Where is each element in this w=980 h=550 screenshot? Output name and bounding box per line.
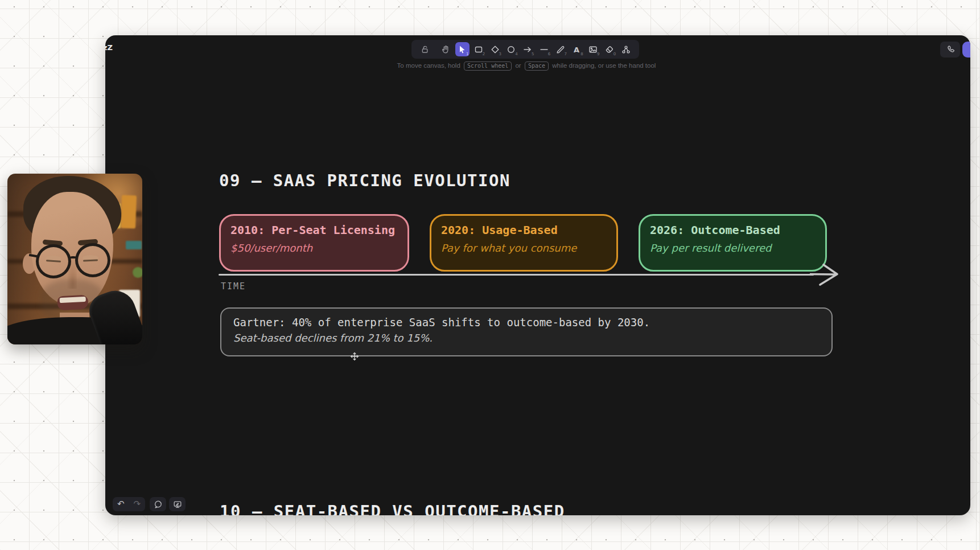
present-button[interactable] — [169, 497, 186, 511]
more-tools-button[interactable] — [619, 42, 633, 56]
presenter-glasses-bridge — [70, 256, 76, 260]
presenter-mouth — [57, 295, 88, 311]
more-tools-icon — [621, 44, 631, 55]
webcam-book-stack — [126, 241, 142, 249]
call-button[interactable] — [940, 42, 960, 58]
lock-icon — [420, 44, 430, 55]
draw-tool-button[interactable]: 7 — [553, 42, 567, 56]
drawing-canvas[interactable]: zZ 1 2 — [105, 35, 970, 515]
presenter-glasses-lens — [75, 243, 110, 277]
arrow-tool-button[interactable]: 5 — [521, 42, 535, 56]
share-button-clipped[interactable] — [962, 42, 970, 58]
gartner-note-box[interactable]: Gartner: 40% of enterprise SaaS shifts t… — [220, 307, 833, 356]
tool-toolbar: 1 2 3 4 5 — [411, 40, 639, 59]
text-tool-button[interactable]: A 8 — [570, 42, 584, 56]
rectangle-tool-button[interactable]: 2 — [471, 42, 485, 56]
pricing-box-2020-heading: 2020: Usage-Based — [441, 223, 607, 237]
canvas-corner-text: zZ — [105, 43, 113, 52]
gartner-note-line2: Seat-based declines from 21% to 15%. — [233, 332, 820, 344]
image-tool-button[interactable]: 9 — [586, 42, 600, 56]
space-key: Space — [525, 61, 549, 71]
move-cursor-icon — [350, 352, 359, 361]
webcam-video — [7, 174, 142, 344]
screen-share-icon — [172, 499, 183, 510]
section-10-title[interactable]: 10 — SEAT-BASED VS OUTCOME-BASED — [220, 502, 565, 515]
eraser-tool-button[interactable]: 0 — [602, 42, 616, 56]
phone-icon — [945, 44, 956, 55]
pricing-box-2026[interactable]: 2026: Outcome-Based Pay per result deliv… — [639, 214, 827, 272]
pricing-box-2010-subtext: $50/user/month — [230, 242, 398, 254]
lock-tool-button[interactable] — [418, 42, 432, 56]
timeline-arrowhead[interactable] — [810, 262, 845, 289]
timeline-arrow-shaft[interactable] — [219, 274, 814, 276]
section-09-title[interactable]: 09 — SAAS PRICING EVOLUTION — [219, 171, 510, 190]
webcam-book — [121, 195, 137, 229]
canvas-hint-text: To move canvas, hold Scroll wheel or Spa… — [350, 61, 703, 71]
pricing-box-2026-subtext: Pay per result delivered — [650, 242, 816, 254]
pricing-box-2010-heading: 2010: Per-Seat Licensing — [230, 223, 398, 237]
timeline-label[interactable]: TIME — [221, 281, 246, 292]
pricing-box-2026-heading: 2026: Outcome-Based — [650, 223, 816, 237]
page-background: { "window": { "corner_text": "zZ" }, "to… — [0, 0, 980, 550]
svg-text:A: A — [574, 45, 579, 54]
webcam-decor — [133, 267, 142, 278]
pricing-box-2020[interactable]: 2020: Usage-Based Pay for what you consu… — [430, 214, 618, 272]
comment-button[interactable] — [150, 497, 166, 511]
line-tool-button[interactable]: 6 — [537, 42, 551, 56]
hand-tool-button[interactable] — [439, 42, 453, 56]
ellipse-tool-button[interactable]: 4 — [504, 42, 518, 56]
redo-button[interactable]: ↷ — [133, 500, 141, 508]
pricing-box-2010[interactable]: 2010: Per-Seat Licensing $50/user/month — [219, 214, 409, 272]
hand-icon — [440, 44, 451, 55]
presenter-teeth — [60, 297, 86, 303]
speech-bubble-icon — [153, 499, 163, 510]
history-island: ↶ ↷ — [113, 497, 145, 511]
gartner-note-line1: Gartner: 40% of enterprise SaaS shifts t… — [233, 316, 820, 329]
pricing-box-2020-subtext: Pay for what you consume — [441, 242, 607, 254]
selection-tool-button[interactable]: 1 — [455, 42, 470, 56]
scroll-wheel-key: Scroll wheel — [464, 61, 512, 71]
undo-button[interactable]: ↶ — [117, 500, 125, 508]
diamond-tool-button[interactable]: 3 — [488, 42, 502, 56]
presenter-glasses-lens — [36, 244, 71, 278]
